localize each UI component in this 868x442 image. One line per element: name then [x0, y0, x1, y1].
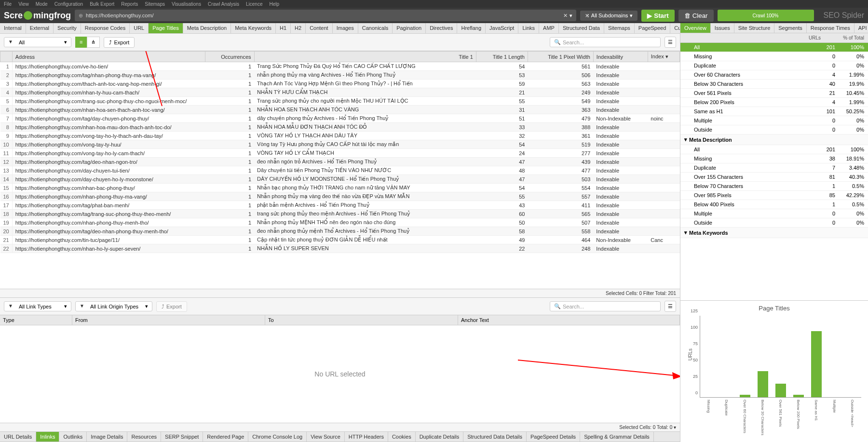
- tab-directives[interactable]: Directives: [426, 23, 457, 33]
- bottom-search-input[interactable]: 🔍Search...: [550, 301, 661, 311]
- tab-meta-keywords[interactable]: Meta Keywords: [231, 23, 276, 33]
- menu-visualisations[interactable]: Visualisations: [172, 1, 201, 7]
- overview-item[interactable]: Outside 00%: [680, 218, 868, 228]
- table-row[interactable]: 5https://hotienphongthuy.com/trang-suc-p…: [0, 97, 680, 106]
- overview-item[interactable]: Missing00%: [680, 52, 868, 61]
- tab-internal[interactable]: Internal: [0, 23, 26, 33]
- side-tab-site-structure[interactable]: Site Structure: [734, 23, 775, 33]
- menu-sitemaps[interactable]: Sitemaps: [145, 1, 165, 7]
- side-tab-issues[interactable]: Issues: [711, 23, 734, 33]
- menu-configuration[interactable]: Configuration: [54, 1, 83, 7]
- bottom-tab-chrome-console-log[interactable]: Chrome Console Log: [248, 432, 307, 442]
- table-row[interactable]: 1https://hotienphongthuy.com/ve-ho-tien/…: [0, 62, 680, 71]
- bottom-tab-view-source[interactable]: View Source: [307, 432, 345, 442]
- tab-sitemaps[interactable]: Sitemaps: [604, 23, 635, 33]
- table-row[interactable]: 10https://hotienphongthuy.com/vong-tay-t…: [0, 140, 680, 149]
- overview-item[interactable]: Over 60 Characters41.99%: [680, 70, 868, 80]
- menu-crawl-analysis[interactable]: Crawl Analysis: [208, 1, 239, 7]
- overview-section[interactable]: ▾ Meta Keywords: [680, 228, 868, 238]
- overview-item[interactable]: Multiple00%: [680, 209, 868, 218]
- side-tab-api[interactable]: API: [854, 23, 868, 33]
- bottom-tab-outlinks[interactable]: Outlinks: [59, 432, 87, 442]
- main-grid[interactable]: AddressOccurrencesTitle 1Title 1 LengthT…: [0, 51, 680, 289]
- export-button[interactable]: ⤴Export: [104, 37, 135, 48]
- table-row[interactable]: 21https://hotienphongthuy.com/tin-tuc/pa…: [0, 236, 680, 244]
- table-row[interactable]: 16https://hotienphongthuy.com/nhan-phong…: [0, 192, 680, 201]
- start-button[interactable]: ▶Start: [641, 10, 674, 22]
- tab-structured-data[interactable]: Structured Data: [559, 23, 604, 33]
- tab-page-titles[interactable]: Page Titles: [149, 23, 183, 33]
- bottom-tab-spelling-&-grammar-details[interactable]: Spelling & Grammar Details: [580, 432, 654, 442]
- bottom-tab-url-details[interactable]: URL Details: [0, 432, 36, 442]
- overview-section[interactable]: ▾ Meta Description: [680, 134, 868, 145]
- overview-item[interactable]: All201100%: [680, 43, 868, 52]
- url-dropdown-icon[interactable]: ▾: [570, 13, 572, 19]
- clear-url-icon[interactable]: ✕: [563, 13, 568, 19]
- overview-item[interactable]: Below 70 Characters10.5%: [680, 182, 868, 191]
- table-row[interactable]: 9https://hotienphongthuy.com/vong-tay-ho…: [0, 132, 680, 140]
- overview-item[interactable]: Below 200 Pixels41.99%: [680, 98, 868, 107]
- overview-list[interactable]: All201100%Missing00%Duplicate00%Over 60 …: [680, 43, 868, 300]
- overview-item[interactable]: Same as H110150.25%: [680, 107, 868, 116]
- tab-amp[interactable]: AMP: [539, 23, 559, 33]
- overview-item[interactable]: Duplicate00%: [680, 61, 868, 70]
- col-header[interactable]: Title 1 Length: [476, 52, 528, 62]
- bottom-tab-http-headers[interactable]: HTTP Headers: [345, 432, 388, 442]
- filter-dropdown[interactable]: All▾: [4, 37, 71, 47]
- table-row[interactable]: 6https://hotienphongthuy.com/nhan-hoa-se…: [0, 106, 680, 114]
- menu-licence[interactable]: Licence: [246, 1, 262, 7]
- menu-file[interactable]: File: [4, 1, 12, 7]
- tab-images[interactable]: Images: [333, 23, 358, 33]
- tab-canonicals[interactable]: Canonicals: [358, 23, 393, 33]
- link-origin-dropdown[interactable]: All Link Origin Types▾: [75, 301, 152, 311]
- tab-security[interactable]: Security: [54, 23, 81, 33]
- col-header[interactable]: Occurrences: [205, 52, 254, 62]
- menubar[interactable]: FileViewModeConfigurationBulk ExportRepo…: [0, 0, 868, 8]
- tab-links[interactable]: Links: [518, 23, 539, 33]
- search-input[interactable]: 🔍Search...: [550, 37, 661, 47]
- table-row[interactable]: 18https://hotienphongthuy.com/tag/trang-…: [0, 210, 680, 218]
- overview-item[interactable]: All201100%: [680, 145, 868, 154]
- bottom-tab-image-details[interactable]: Image Details: [87, 432, 127, 442]
- overview-item[interactable]: Missing3818.91%: [680, 154, 868, 163]
- tab-hreflang[interactable]: Hreflang: [457, 23, 486, 33]
- table-row[interactable]: 13https://hotienphongthuy.com/day-chuyen…: [0, 166, 680, 175]
- tab-external[interactable]: External: [26, 23, 54, 33]
- overview-item[interactable]: Outside 00%: [680, 125, 868, 134]
- tab-response-codes[interactable]: Response Codes: [81, 23, 130, 33]
- table-row[interactable]: 12https://hotienphongthuy.com/tag/deo-nh…: [0, 158, 680, 166]
- link-types-dropdown[interactable]: All Link Types▾: [4, 301, 71, 311]
- menu-view[interactable]: View: [18, 1, 29, 7]
- col-header[interactable]: Index ▾: [648, 52, 679, 62]
- search-settings-button[interactable]: ☰: [665, 37, 676, 48]
- tab-pagination[interactable]: Pagination: [393, 23, 426, 33]
- bottom-search-settings[interactable]: ☰: [665, 301, 676, 312]
- table-row[interactable]: 17https://hotienphongthuy.com/tag/phat-b…: [0, 201, 680, 210]
- tab-custom-search[interactable]: Custom Search: [670, 23, 680, 33]
- col-header[interactable]: [0, 52, 13, 62]
- bottom-tab-pagespeed-details[interactable]: PageSpeed Details: [527, 432, 580, 442]
- overview-item[interactable]: Multiple00%: [680, 116, 868, 125]
- overview-item[interactable]: Over 985 Pixels8542.29%: [680, 191, 868, 200]
- menu-help[interactable]: Help: [269, 1, 279, 7]
- bottom-tab-duplicate-details[interactable]: Duplicate Details: [416, 432, 464, 442]
- menu-bulk-export[interactable]: Bulk Export: [90, 1, 114, 7]
- overview-item[interactable]: Duplicate73.48%: [680, 163, 868, 173]
- table-row[interactable]: 8https://hotienphongthuy.com/nhan-hoa-ma…: [0, 123, 680, 132]
- bottom-tab-inlinks[interactable]: Inlinks: [36, 432, 59, 442]
- table-row[interactable]: 4https://hotienphongthuy.com/nhan-ty-huu…: [0, 88, 680, 97]
- table-row[interactable]: 7https://hotienphongthuy.com/tag/day-chu…: [0, 114, 680, 123]
- tab-meta-description[interactable]: Meta Description: [183, 23, 231, 33]
- bottom-tab-resources[interactable]: Resources: [127, 432, 161, 442]
- side-tab-response-times[interactable]: Response Times: [807, 23, 854, 33]
- tab-pagespeed[interactable]: PageSpeed: [635, 23, 671, 33]
- crawl-mode-dropdown[interactable]: ⤨ All Subdomains ▾: [580, 11, 637, 21]
- table-row[interactable]: 20https://hotienphongthuy.com/tag/deo-nh…: [0, 227, 680, 236]
- overview-item[interactable]: Below 400 Pixels10.5%: [680, 200, 868, 209]
- tree-view-button[interactable]: ⋔: [87, 37, 100, 48]
- overview-item[interactable]: Over 561 Pixels2110.45%: [680, 89, 868, 98]
- bottom-tab-structured-data-details[interactable]: Structured Data Details: [463, 432, 527, 442]
- bottom-tab-rendered-page[interactable]: Rendered Page: [203, 432, 248, 442]
- tab-content[interactable]: Content: [306, 23, 333, 33]
- list-view-button[interactable]: ≡: [75, 37, 87, 48]
